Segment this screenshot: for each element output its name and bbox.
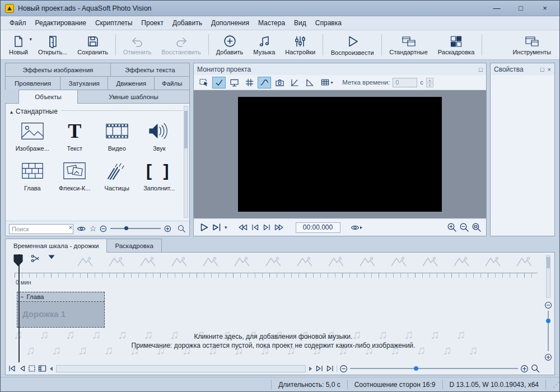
favorites-star-icon[interactable]: ☆ xyxy=(90,224,97,233)
add-button[interactable]: Добавить xyxy=(211,31,249,58)
monitor-float-icon[interactable]: □ xyxy=(479,66,483,73)
tab-motions[interactable]: Движения xyxy=(108,76,155,90)
section-collapse-icon[interactable]: ▴ xyxy=(10,109,13,115)
menu-addons[interactable]: Дополнения xyxy=(207,17,254,29)
standard-layout-button[interactable]: Стандартные xyxy=(384,31,433,58)
chapter-collapse-icon[interactable]: − xyxy=(20,293,24,300)
settings-button[interactable]: Настройки xyxy=(280,31,320,58)
zoom-in-icon[interactable] xyxy=(164,225,171,232)
select-tool-button[interactable] xyxy=(197,77,211,88)
menu-wizards[interactable]: Мастера xyxy=(254,17,290,29)
selection-frame-button[interactable] xyxy=(28,365,36,372)
properties-float-icon[interactable]: □ xyxy=(540,66,544,73)
menu-add[interactable]: Добавить xyxy=(168,17,207,29)
tab-fade-ins[interactable]: Проявления xyxy=(5,76,60,90)
monitor-zoom-fit-icon[interactable] xyxy=(472,222,482,232)
timeline-ruler[interactable] xyxy=(15,273,538,278)
prev-frame-button[interactable] xyxy=(250,223,260,232)
menu-help[interactable]: Справка xyxy=(311,17,346,29)
camera-pan-button[interactable] xyxy=(273,77,286,88)
undo-button[interactable]: Отменить xyxy=(118,31,156,58)
tab-objects[interactable]: Объекты xyxy=(18,90,78,104)
transport-play-button[interactable] xyxy=(198,222,209,232)
save-button[interactable]: Сохранить xyxy=(72,31,113,58)
tab-smart-templates[interactable]: Умные шаблоны xyxy=(78,90,190,103)
object-flexi-collage[interactable]: Флекси-К... xyxy=(54,158,96,192)
resize-grip[interactable]: ⋰ xyxy=(545,380,559,389)
close-button[interactable]: × xyxy=(535,4,555,12)
object-particles[interactable]: Частицы xyxy=(96,158,138,192)
track-height-thumb[interactable] xyxy=(546,319,550,323)
timeline-hscrollbar[interactable] xyxy=(56,365,306,372)
chapter-header[interactable]: − Глава xyxy=(17,292,104,302)
tab-image-effects[interactable]: Эффекты изображения xyxy=(5,63,111,76)
track-list-button[interactable] xyxy=(38,365,46,372)
properties-close-icon[interactable]: × xyxy=(548,66,551,73)
go-start-button[interactable] xyxy=(8,365,16,372)
menu-file[interactable]: Файл xyxy=(5,17,31,29)
grid-options-dropdown-icon[interactable]: ▾ xyxy=(330,80,333,85)
tab-text-effects[interactable]: Эффекты текста xyxy=(111,63,190,76)
object-chapter[interactable]: Глава xyxy=(11,158,54,192)
menu-scriptlets[interactable]: Скриптлеты xyxy=(91,17,137,29)
timeline-magnifier-icon[interactable] xyxy=(531,364,540,373)
prev-section-button[interactable] xyxy=(237,223,248,232)
play-from-marker-button[interactable] xyxy=(212,222,222,232)
show-selection-toggle[interactable] xyxy=(212,77,226,88)
curve-out-button[interactable] xyxy=(303,77,316,88)
new-button[interactable]: ▾ Новый xyxy=(4,31,33,58)
curve-in-button[interactable] xyxy=(288,77,301,88)
search-clear-icon[interactable]: × xyxy=(69,224,72,231)
zoom-out-icon[interactable] xyxy=(100,225,107,232)
next-frame-button[interactable] xyxy=(262,223,272,232)
scroll-left-arrow[interactable] xyxy=(49,366,54,372)
new-dropdown-icon[interactable]: ▾ xyxy=(29,36,32,42)
scroll-right-arrow[interactable] xyxy=(308,366,313,372)
tools-button[interactable]: Инструменты xyxy=(507,31,556,58)
object-video[interactable]: Видео xyxy=(96,119,138,152)
object-placeholder[interactable]: [ ] Заполнит... xyxy=(138,158,181,192)
go-end-button[interactable] xyxy=(326,365,334,372)
track-height-slider[interactable] xyxy=(548,311,549,351)
music-track-hint[interactable]: Кликните здесь, для добавления фоновой м… xyxy=(6,332,541,350)
object-image[interactable]: Изображе... xyxy=(11,119,54,152)
insert-marker-icon[interactable] xyxy=(48,254,55,260)
magnifier-icon[interactable] xyxy=(178,225,186,233)
next-section-button[interactable] xyxy=(274,223,284,232)
monitor-zoom-in-icon[interactable] xyxy=(447,222,457,232)
spinner-up-icon[interactable]: ▲ xyxy=(426,78,433,82)
object-sound[interactable]: Звук xyxy=(138,119,181,152)
minimize-button[interactable]: — xyxy=(487,4,507,12)
object-text[interactable]: T Текст xyxy=(54,119,96,152)
menu-edit[interactable]: Редактирование xyxy=(31,17,91,29)
redo-button[interactable]: Восстановить xyxy=(156,31,206,58)
tab-fade-outs[interactable]: Затухания xyxy=(60,76,108,90)
timeline-zoom-out-icon[interactable] xyxy=(339,365,348,373)
chapter-block[interactable]: − Глава Дорожка 1 xyxy=(17,292,105,328)
playhead-marker[interactable] xyxy=(13,254,23,267)
menu-view[interactable]: Вид xyxy=(290,17,311,29)
track-height-plus-icon[interactable] xyxy=(544,353,552,361)
timeline-zoom-slider[interactable] xyxy=(350,365,518,372)
timeline-zoom-in-icon[interactable] xyxy=(520,365,529,373)
tab-storyboard[interactable]: Раскадровка xyxy=(107,239,161,252)
play-options-dropdown-icon[interactable]: ▾ xyxy=(225,225,227,230)
maximize-button[interactable]: □ xyxy=(511,4,531,12)
section-standard[interactable]: ▴ Стандартные xyxy=(6,104,189,118)
play-button[interactable]: Воспроизвести xyxy=(325,31,379,58)
monitor-display-button[interactable] xyxy=(227,77,241,88)
scrollbar-thumb[interactable] xyxy=(184,111,188,148)
prev-object-button[interactable] xyxy=(18,365,26,372)
preview-canvas[interactable] xyxy=(238,97,442,212)
grid-options-button[interactable]: ▾ xyxy=(318,77,336,88)
search-input[interactable] xyxy=(9,224,73,234)
preview-playback-eye-icon[interactable] xyxy=(351,223,363,232)
monitor-zoom-out-icon[interactable] xyxy=(459,222,469,232)
zoom-slider-thumb[interactable] xyxy=(414,366,418,371)
slider-thumb[interactable] xyxy=(124,226,128,230)
tab-files[interactable]: Файлы xyxy=(155,76,190,90)
storyboard-button[interactable]: Раскадровка xyxy=(433,31,479,58)
preview-eye-icon[interactable] xyxy=(77,225,86,232)
track-height-minus-icon[interactable] xyxy=(544,301,552,309)
vscrollbar-thumb[interactable] xyxy=(547,257,550,268)
